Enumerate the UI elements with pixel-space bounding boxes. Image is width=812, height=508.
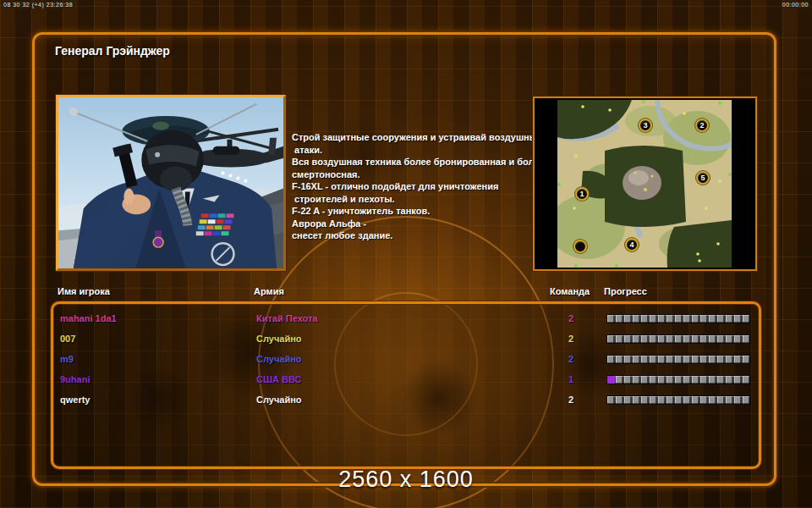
general-title: Генерал Грэйнджер: [55, 44, 170, 58]
briefing-line: смертоносная.: [292, 168, 537, 181]
player-army: Случайно: [256, 354, 552, 364]
player-name: 007: [60, 334, 256, 344]
briefing-line: строителей и пехоты.: [292, 193, 537, 206]
player-army: Случайно: [256, 334, 552, 344]
minimap-panel: 12345: [533, 97, 757, 271]
briefing-line: Аврора Альфа -: [292, 218, 537, 230]
progress-bar: [606, 355, 750, 364]
player-name: mahani 1da1: [60, 313, 256, 323]
player-army: Случайно: [256, 395, 552, 405]
start-position-marker: 2: [695, 119, 709, 132]
player-team: 1: [552, 374, 590, 384]
briefing-line: F-22 A - уничтожитель танков.: [292, 205, 537, 218]
resolution-overlay: 2560 x 1600: [0, 467, 812, 493]
player-table-header: Имя игрока Армия Команда Прогресс: [51, 286, 761, 296]
briefing-line: Вся воздушная техника более бронированна…: [292, 156, 537, 168]
briefing-line: F-16XL - отлично подойдет для уничтожени…: [292, 180, 537, 193]
start-position-marker: 3: [639, 119, 652, 132]
briefing-line: атаки.: [292, 144, 537, 157]
progress-bar: [606, 334, 750, 344]
general-briefing: Строй защитные сооружения и устраивай во…: [292, 131, 537, 242]
player-name: 9uhani: [60, 374, 256, 384]
player-row: 007 Случайно 2: [53, 329, 759, 349]
player-army: Китай Пехота: [256, 313, 552, 323]
player-row: 9uhani США ВВС 1: [53, 369, 759, 389]
minimap-map: 12345: [557, 100, 732, 268]
players-panel: mahani 1da1 Китай Пехота 2 007 Случайно …: [51, 301, 761, 469]
progress-bar: [606, 375, 750, 384]
loading-screen: 08 30 32 (+4) 23:26:38 00:00:00 Генерал …: [0, 0, 812, 508]
player-team: 2: [552, 354, 590, 364]
player-team: 2: [552, 313, 590, 323]
progress-bar: [606, 314, 750, 323]
progress-bar: [606, 395, 750, 405]
player-army: США ВВС: [256, 374, 552, 384]
player-name: qwerty: [60, 395, 256, 405]
briefing-line: Строй защитные сооружения и устраивай во…: [292, 131, 537, 144]
osd-timestamp: 08 30 32 (+4) 23:26:38: [2, 1, 74, 8]
player-row: qwerty Случайно 2: [53, 389, 759, 410]
column-army: Армия: [254, 286, 550, 296]
general-portrait-art: [58, 97, 283, 268]
briefing-line: снесет любое здание.: [292, 229, 537, 242]
player-row: m9 Случайно 2: [53, 349, 759, 369]
player-team: 2: [552, 334, 590, 344]
column-team: Команда: [550, 286, 587, 296]
start-position-marker: 5: [696, 171, 710, 185]
empty-position-marker: [573, 240, 587, 253]
player-team: 2: [552, 395, 590, 405]
general-portrait: [56, 95, 286, 271]
osd-timer: 00:00:00: [781, 1, 810, 8]
start-position-marker: 1: [575, 187, 589, 201]
column-progress: Прогресс: [587, 286, 761, 296]
player-row: mahani 1da1 Китай Пехота 2: [53, 308, 759, 329]
progress-first-segment: [607, 376, 615, 384]
player-name: m9: [60, 354, 256, 364]
column-player-name: Имя игрока: [58, 286, 254, 296]
start-position-marker: 4: [625, 238, 639, 251]
